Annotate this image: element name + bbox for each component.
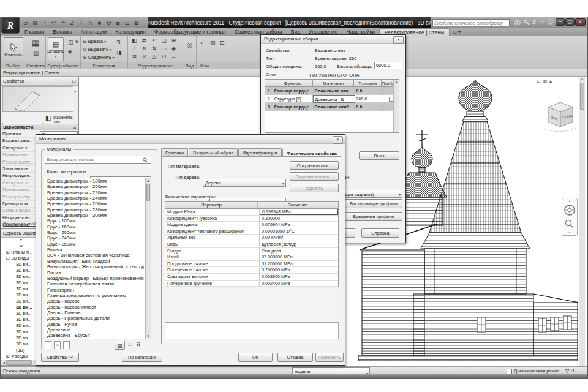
- geometry-tool[interactable]: ⊞ Врезка ▾: [83, 37, 115, 45]
- type-properties-icon[interactable]: ▥: [33, 50, 39, 56]
- measure-tool-icon[interactable]: ◐: [200, 40, 203, 46]
- col-function[interactable]: Функция: [273, 80, 313, 87]
- param-row[interactable]: Продольное сжатие 51.200000 MPa: [165, 261, 338, 268]
- material-item[interactable]: Бревна диаметром - 280мм: [45, 207, 146, 213]
- modify-tool-icon[interactable]: ◈: [169, 45, 178, 53]
- table-scrollbar[interactable]: ▲: [393, 80, 399, 132]
- close-dialog-icon[interactable]: ✕: [393, 36, 404, 44]
- delete-button[interactable]: Удалить: [290, 184, 339, 192]
- scroll-up-icon[interactable]: ▲: [146, 178, 151, 183]
- search-input[interactable]: [432, 19, 510, 26]
- material-item[interactable]: Бревна диаметром - 220мм: [45, 190, 146, 195]
- param-row[interactable]: Поперечное кручение 0.002400 MPa: [165, 281, 338, 287]
- by-category-button[interactable]: По категории: [122, 353, 162, 362]
- modify-tool-icon[interactable]: ↔: [169, 53, 178, 61]
- param-row[interactable]: Модуль сдвига 0.076904 MPa: [165, 222, 338, 228]
- ribbon-tab[interactable]: Формообразующие и генплан: [150, 28, 230, 36]
- material-item[interactable]: ВСЧ - Виниловая составная черепица: [45, 252, 146, 258]
- help-icon[interactable]: ?: [548, 19, 553, 24]
- view-tool-icon[interactable]: ◎: [187, 41, 193, 49]
- list-view-icon[interactable]: ▤: [115, 341, 125, 350]
- application-menu-button[interactable]: R: [1, 17, 20, 34]
- 2[interactable]: 2 Структура [1] Древесина - Б 260.0: [265, 95, 399, 103]
- param-row[interactable]: Поперечное сжатие 5.200000 MPa: [165, 267, 338, 274]
- group-header-constraints[interactable]: Зависимости ▴: [1, 124, 78, 130]
- modify-tool-icon[interactable]: ∕: [130, 45, 139, 53]
- scroll-down-icon[interactable]: ▼: [146, 334, 151, 339]
- properties-palette-header[interactable]: Свойства ⊡: [1, 77, 78, 86]
- search-icon[interactable]: [143, 157, 148, 163]
- ribbon-tab[interactable]: Главная: [20, 28, 48, 36]
- material-item[interactable]: Брус - 240мм: [45, 235, 146, 241]
- properties-palette-icon[interactable]: ▦: [32, 39, 39, 48]
- param-row[interactable]: Срез вдоль волокон 0.008900 MPa: [165, 274, 338, 281]
- material-item[interactable]: Винил: [45, 270, 146, 276]
- dynamic-frame-checkbox[interactable]: [507, 369, 512, 374]
- param-row[interactable]: Коэффициент теплового расширения 0.00001…: [165, 228, 338, 235]
- redo-icon[interactable]: ↷: [59, 20, 66, 26]
- down-button[interactable]: Вниз: [359, 151, 399, 160]
- thin-lines-icon[interactable]: ≣: [115, 20, 121, 26]
- material-item[interactable]: Визуализация - Беж, гладкой: [45, 258, 146, 264]
- modify-tool-icon[interactable]: ✕: [140, 45, 149, 53]
- material-item[interactable]: Дверь - Профильные детали: [45, 315, 146, 321]
- material-item[interactable]: Гипсовая пазогребневая плита: [45, 281, 146, 287]
- scrollbar-thumb[interactable]: [580, 83, 584, 110]
- ribbon-tab[interactable]: Конструкция: [111, 28, 149, 36]
- help-button[interactable]: Справка: [361, 228, 399, 238]
- material-item[interactable]: Древесина - Брусья: [45, 333, 146, 338]
- material-editor-tab[interactable]: Графика: [161, 148, 188, 157]
- material-item[interactable]: Брус - 100мм: [45, 218, 146, 224]
- material-item[interactable]: Визуализация - Желто-коричневый, с текст…: [45, 264, 146, 270]
- copy-icon[interactable]: ◫: [68, 39, 74, 45]
- modify-tool-icon[interactable]: ↶: [149, 37, 159, 45]
- material-item[interactable]: Бревна диаметром - 260мм: [45, 201, 146, 206]
- col-thickness[interactable]: Толщина: [354, 80, 382, 87]
- material-type-dropdown[interactable]: Дерево▾: [203, 179, 286, 187]
- material-item[interactable]: Бревна диаметром - 180мм: [45, 178, 146, 184]
- rename-button[interactable]: Переименовать...: [290, 172, 339, 181]
- subscription-key-icon[interactable]: [524, 20, 530, 27]
- text-icon[interactable]: A: [87, 20, 94, 26]
- modify-tool-icon[interactable]: ◧: [130, 37, 139, 45]
- 1[interactable]: 1 Граница сердце Слои выше оги 0.0: [265, 87, 399, 95]
- param-row[interactable]: Коэффициент Пуассона 0.300000: [165, 216, 338, 222]
- communication-center-icon[interactable]: S: [532, 19, 536, 25]
- view-collapse-icon[interactable]: ▴: [549, 78, 552, 84]
- scrollbar-thumb[interactable]: [6, 360, 32, 365]
- paste-button[interactable]: ▤ Вставить ▾: [48, 37, 64, 61]
- preview-scroll-icon[interactable]: ▾: [74, 89, 76, 94]
- undo-icon[interactable]: ↶: [50, 20, 57, 26]
- material-editor-tab[interactable]: Визуальный образ: [189, 148, 237, 157]
- material-item[interactable]: Брус - 160мм: [45, 224, 146, 230]
- material-item[interactable]: Граница зонирования по умолчанию: [45, 293, 146, 298]
- open-icon[interactable]: ▱: [23, 20, 29, 26]
- scroll-up-icon[interactable]: ▲: [394, 80, 399, 85]
- save-as-button[interactable]: Сохранить как...: [290, 161, 339, 170]
- material-item[interactable]: Брус - 250мм: [45, 241, 146, 247]
- section-icon[interactable]: ⊘: [105, 20, 112, 26]
- view-restore-icon[interactable]: ⊡: [537, 78, 541, 84]
- edit-type-button[interactable]: Изменить тип: [53, 115, 78, 124]
- palette-menu-icon[interactable]: ⊡: [72, 77, 76, 85]
- modify-tool-icon[interactable]: △: [149, 53, 159, 61]
- 3[interactable]: 3 Граница сердце Слои ниже огиб 0.0: [265, 103, 399, 111]
- material-item[interactable]: Дверь - Ручка: [45, 322, 146, 327]
- close-hidden-windows-icon[interactable]: ⊞: [124, 20, 130, 26]
- scroll-up-icon[interactable]: ▲: [579, 77, 585, 81]
- param-row[interactable]: Изгиб 87.000000 MPa: [165, 254, 338, 261]
- sweeps-button[interactable]: Выступающие профили: [345, 199, 402, 208]
- reveals-button[interactable]: Врезанные профили: [345, 212, 402, 221]
- scroll-left-icon[interactable]: ◀: [1, 361, 6, 364]
- modify-tool-icon[interactable]: ▭: [159, 45, 168, 53]
- match-type-icon[interactable]: ◈: [68, 48, 72, 55]
- ok-button[interactable]: ОК: [238, 353, 273, 362]
- navbar-down-icon[interactable]: ▾: [562, 230, 577, 234]
- geometry-tool[interactable]: ⊘ Вырезать ▾: [83, 45, 115, 53]
- param-row[interactable]: Градус Стандарт: [165, 248, 338, 255]
- material-item[interactable]: Бревна диаметром - 300мм: [45, 213, 146, 218]
- viewcube[interactable]: Зад Слева: [543, 99, 578, 139]
- geometry-tool[interactable]: ⊕ Соединить ▾: [83, 53, 115, 61]
- apply-button[interactable]: Применить: [315, 353, 344, 362]
- param-row[interactable]: Виды Дугласия (запад): [165, 241, 338, 248]
